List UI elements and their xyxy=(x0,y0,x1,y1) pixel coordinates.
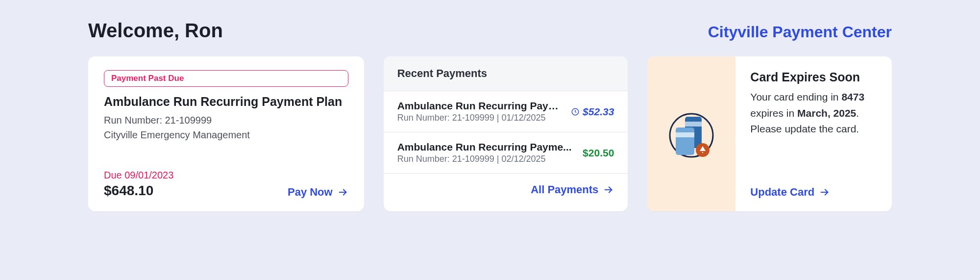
pay-now-label: Pay Now xyxy=(288,186,333,199)
credit-cards-icon xyxy=(664,107,718,161)
arrow-right-icon xyxy=(603,184,614,195)
svg-rect-5 xyxy=(685,122,702,127)
svg-rect-9 xyxy=(702,152,703,153)
arrow-right-icon xyxy=(819,187,830,198)
clock-icon xyxy=(571,107,580,116)
due-date: Due 09/01/2023 xyxy=(104,170,173,181)
plan-amount: $648.10 xyxy=(104,183,173,199)
recent-payments-header: Recent Payments xyxy=(384,56,628,91)
plan-title: Ambulance Run Recurring Payment Plan xyxy=(104,95,348,109)
center-name: Cityville Payment Center xyxy=(708,23,892,41)
status-badge: Payment Past Due xyxy=(104,70,348,87)
payment-title: Ambulance Run Recurring Payme... xyxy=(397,100,563,112)
all-payments-button[interactable]: All Payments xyxy=(531,183,614,196)
all-payments-label: All Payments xyxy=(531,183,598,196)
svg-rect-6 xyxy=(676,127,694,155)
recent-payments-card: Recent Payments Ambulance Run Recurring … xyxy=(384,56,628,211)
expire-title: Card Expires Soon xyxy=(750,70,877,84)
plan-org: Cityville Emergency Management xyxy=(104,127,348,142)
payment-title: Ambulance Run Recurring Payme... xyxy=(397,141,575,153)
payment-amount: $20.50 xyxy=(583,147,614,159)
card-illustration xyxy=(647,56,735,211)
payment-plan-card: Payment Past Due Ambulance Run Recurring… xyxy=(88,56,364,211)
update-card-button[interactable]: Update Card xyxy=(750,186,830,199)
expire-text: Your card ending in 8473 expires in Marc… xyxy=(750,89,877,137)
payment-subtitle: Run Number: 21-109999 | 01/12/2025 xyxy=(397,113,563,123)
card-expires-card: Card Expires Soon Your card ending in 84… xyxy=(647,56,892,211)
pay-now-button[interactable]: Pay Now xyxy=(288,186,348,199)
payment-row[interactable]: Ambulance Run Recurring Payme... Run Num… xyxy=(384,132,628,174)
payment-row[interactable]: Ambulance Run Recurring Payme... Run Num… xyxy=(384,91,628,132)
arrow-right-icon xyxy=(338,187,348,198)
plan-run-number: Run Number: 21-109999 xyxy=(104,113,348,127)
payment-amount: $52.33 xyxy=(571,106,614,118)
page-title: Welcome, Ron xyxy=(88,20,223,42)
update-card-label: Update Card xyxy=(750,186,814,199)
svg-rect-7 xyxy=(676,132,694,137)
payment-subtitle: Run Number: 21-109999 | 02/12/2025 xyxy=(397,154,575,164)
